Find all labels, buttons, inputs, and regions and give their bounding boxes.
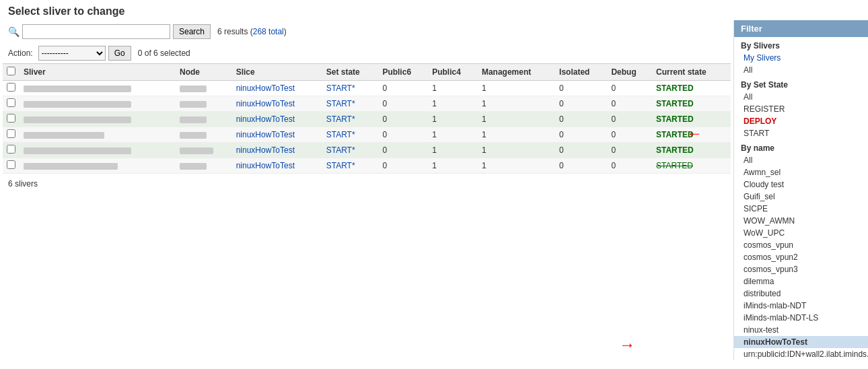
filter-name-item[interactable]: Awmn_sel — [734, 166, 868, 178]
table-row: ninuxHowToTestSTART*01100STARTED — [3, 127, 731, 143]
sliver-blurred — [24, 116, 131, 123]
set-state-link[interactable]: START* — [326, 99, 355, 108]
set-state-link[interactable]: START* — [326, 83, 355, 93]
node-blurred — [180, 101, 207, 108]
public4-value: 1 — [428, 127, 478, 143]
filter-name-item[interactable]: cosmos_vpun — [734, 239, 868, 251]
node-blurred — [180, 147, 213, 154]
page-title: Select sliver to change — [0, 0, 868, 20]
search-button[interactable]: Search — [173, 24, 211, 39]
filter-by-slivers-title: By Slivers — [734, 37, 868, 52]
debug-value: 0 — [607, 81, 652, 96]
search-input[interactable] — [22, 24, 170, 39]
management-value: 1 — [478, 143, 555, 158]
filter-state-register[interactable]: REGISTER — [734, 103, 868, 115]
isolated-value: 0 — [555, 143, 607, 158]
public6-value: 0 — [378, 158, 428, 174]
filter-name-item[interactable]: All — [734, 154, 868, 166]
set-state-link[interactable]: START* — [326, 161, 355, 170]
action-bar: Action: ---------- Go 0 of 6 selected — [3, 43, 731, 63]
slice-link[interactable]: ninuxHowToTest — [236, 83, 295, 93]
action-select[interactable]: ---------- — [38, 46, 106, 61]
sliver-blurred — [24, 86, 131, 92]
col-management: Management — [478, 64, 555, 81]
action-label: Action: — [8, 48, 33, 58]
filter-name-item[interactable]: cosmos_vpun2 — [734, 251, 868, 263]
management-value: 1 — [478, 81, 555, 96]
col-isolated: Isolated — [555, 64, 607, 81]
sliver-blurred — [24, 147, 131, 154]
filter-name-item[interactable]: dilemma — [734, 275, 868, 288]
row-checkbox[interactable] — [7, 83, 15, 92]
filter-name-item[interactable]: iMinds-mlab-NDT-LS — [734, 312, 868, 324]
slice-link[interactable]: ninuxHowToTest — [236, 99, 295, 108]
sliver-blurred — [24, 163, 118, 170]
col-debug: Debug — [607, 64, 652, 81]
table-row: ninuxHowToTestSTART*01100STARTED — [3, 158, 731, 174]
filter-name-item[interactable]: Cloudy test — [734, 178, 868, 191]
sliver-blurred — [24, 132, 104, 139]
footer-count: 6 slivers — [3, 174, 731, 194]
set-state-link[interactable]: START* — [326, 130, 355, 139]
current-state-value: STARTED — [652, 112, 731, 127]
isolated-value: 0 — [555, 112, 607, 127]
col-slice: Slice — [232, 64, 322, 81]
filter-name-item[interactable]: iMinds-mlab-NDT — [734, 300, 868, 312]
filter-name-item[interactable]: WOW_AWMN — [734, 215, 868, 227]
filter-name-item[interactable]: ninux-test — [734, 324, 868, 336]
public6-value: 0 — [378, 127, 428, 143]
table-row: ninuxHowToTestSTART*01100STARTED — [3, 81, 731, 96]
row-checkbox[interactable] — [7, 145, 15, 154]
slivers-table: Sliver Node Slice Set state Public6 Publ… — [3, 63, 731, 174]
filter-all-slivers[interactable]: All — [734, 64, 868, 76]
set-state-link[interactable]: START* — [326, 114, 355, 124]
node-blurred — [180, 163, 207, 170]
filter-name-item[interactable]: cosmos_vpun3 — [734, 263, 868, 275]
table-row: ninuxHowToTestSTART*01100STARTED — [3, 96, 731, 112]
col-current-state: Current state — [652, 64, 731, 81]
node-blurred — [180, 116, 207, 123]
filter-name-item[interactable]: urn:publicid:IDN+wall2.ilabt.iminds.be:f — [734, 348, 868, 360]
col-node: Node — [176, 64, 232, 81]
col-sliver: Sliver — [20, 64, 176, 81]
slice-link[interactable]: ninuxHowToTest — [236, 161, 295, 170]
search-icon: 🔍 — [8, 26, 20, 37]
slice-link[interactable]: ninuxHowToTest — [236, 130, 295, 139]
debug-value: 0 — [607, 143, 652, 158]
slice-link[interactable]: ninuxHowToTest — [236, 145, 295, 155]
go-button[interactable]: Go — [108, 46, 131, 61]
current-state-value: STARTED — [652, 96, 731, 112]
filter-my-slivers[interactable]: My Slivers — [734, 52, 868, 64]
debug-value: 0 — [607, 96, 652, 112]
select-all-checkbox[interactable] — [7, 67, 15, 75]
management-value: 1 — [478, 112, 555, 127]
col-public6: Public6 — [378, 64, 428, 81]
table-row: ninuxHowToTestSTART*01100STARTED — [3, 112, 731, 127]
filter-state-start[interactable]: START — [734, 127, 868, 139]
filter-state-deploy[interactable]: DEPLOY — [734, 115, 868, 127]
filter-name-item[interactable]: ninuxHowToTest — [734, 336, 868, 348]
management-value: 1 — [478, 96, 555, 112]
isolated-value: 0 — [555, 81, 607, 96]
col-checkbox[interactable] — [3, 64, 20, 81]
set-state-link[interactable]: START* — [326, 145, 355, 155]
public6-value: 0 — [378, 143, 428, 158]
management-value: 1 — [478, 127, 555, 143]
current-state-value: STARTED — [652, 158, 731, 174]
filter-name-item[interactable]: Guifi_sel — [734, 191, 868, 203]
public4-value: 1 — [428, 112, 478, 127]
filter-by-set-state-title: By Set State — [734, 76, 868, 91]
col-set-state: Set state — [322, 64, 379, 81]
filter-name-item[interactable]: SICPE — [734, 203, 868, 215]
filter-name-item[interactable]: WoW_UPC — [734, 227, 868, 239]
isolated-value: 0 — [555, 96, 607, 112]
management-value: 1 — [478, 158, 555, 174]
filter-state-all[interactable]: All — [734, 91, 868, 103]
slice-link[interactable]: ninuxHowToTest — [236, 114, 295, 124]
filter-name-item[interactable]: distributed — [734, 288, 868, 300]
total-results-link[interactable]: 268 total — [253, 27, 284, 36]
row-checkbox[interactable] — [7, 98, 15, 107]
row-checkbox[interactable] — [7, 160, 15, 169]
row-checkbox[interactable] — [7, 114, 15, 123]
row-checkbox[interactable] — [7, 129, 15, 138]
